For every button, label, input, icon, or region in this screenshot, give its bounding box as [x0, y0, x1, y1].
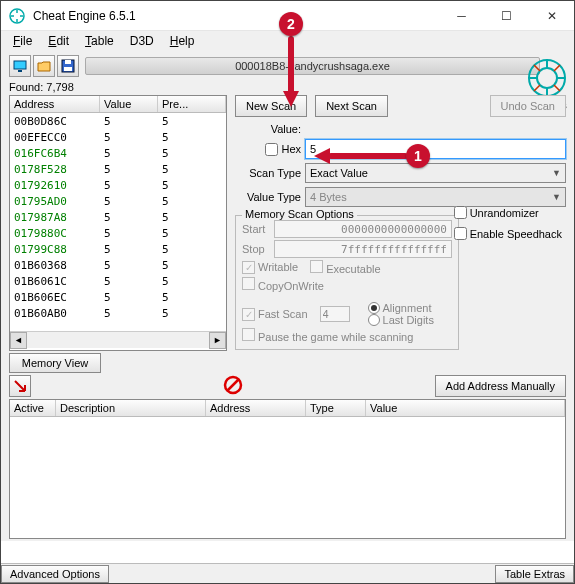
ct-col-val[interactable]: Value: [366, 400, 565, 416]
table-row[interactable]: 01799C8855: [10, 241, 226, 257]
unrandomizer-label: Unrandomizer: [470, 207, 539, 219]
chevron-down-icon: ▼: [552, 168, 561, 178]
table-row[interactable]: 01B606EC55: [10, 289, 226, 305]
hex-label: Hex: [281, 143, 301, 155]
annotation-2: 2: [279, 12, 303, 36]
lastdigits-radio[interactable]: [368, 314, 380, 326]
table-row[interactable]: 0178F52855: [10, 161, 226, 177]
memory-scan-options: Memory Scan Options Start Stop ✓Writable…: [235, 215, 459, 350]
table-row[interactable]: 0179261055: [10, 177, 226, 193]
maximize-button[interactable]: ☐: [484, 1, 529, 31]
ct-col-addr[interactable]: Address: [206, 400, 306, 416]
annotation-1-arrow: [328, 153, 408, 159]
cheat-table[interactable]: Active Description Address Type Value: [9, 399, 566, 539]
pausegame-checkbox[interactable]: [242, 328, 255, 341]
svg-rect-4: [65, 60, 71, 64]
app-icon: [9, 8, 25, 24]
minimize-button[interactable]: ─: [439, 1, 484, 31]
next-scan-button[interactable]: Next Scan: [315, 95, 388, 117]
cheatengine-logo-icon[interactable]: [526, 57, 568, 99]
unrandomizer-checkbox[interactable]: [454, 206, 467, 219]
menu-table[interactable]: Table: [77, 32, 122, 50]
advanced-options-button[interactable]: Advanced Options: [1, 565, 109, 583]
writable-checkbox[interactable]: ✓: [242, 261, 255, 274]
table-row[interactable]: 00B0D86C55: [10, 113, 226, 129]
table-row[interactable]: 00EFECC055: [10, 129, 226, 145]
add-to-list-button[interactable]: [9, 375, 31, 397]
process-bar[interactable]: 000018B8-candycrushsaga.exe: [85, 57, 540, 75]
value-label: Value:: [235, 123, 305, 135]
stop-label: Stop: [242, 243, 274, 255]
chevron-down-icon: ▼: [552, 192, 561, 202]
table-row[interactable]: 01B60AB055: [10, 305, 226, 321]
speedhack-label: Enable Speedhack: [470, 228, 562, 240]
main-panel: 000018B8-candycrushsaga.exe Settings Fou…: [1, 51, 574, 541]
results-table[interactable]: Address Value Pre... 00B0D86C5500EFECC05…: [9, 95, 227, 351]
menu-d3d[interactable]: D3D: [122, 32, 162, 50]
ct-col-desc[interactable]: Description: [56, 400, 206, 416]
menu-file[interactable]: File: [5, 32, 40, 50]
svg-rect-1: [14, 61, 26, 69]
col-address[interactable]: Address: [10, 96, 100, 112]
monitor-icon: [13, 59, 27, 73]
table-row[interactable]: 016FC6B455: [10, 145, 226, 161]
scroll-right-icon[interactable]: ►: [209, 332, 226, 349]
open-process-button[interactable]: [9, 55, 31, 77]
scroll-left-icon[interactable]: ◄: [10, 332, 27, 349]
no-sign-icon[interactable]: [223, 375, 243, 395]
annotation-1-arrowhead: [314, 148, 330, 164]
svg-line-9: [227, 379, 239, 391]
window-title: Cheat Engine 6.5.1: [33, 9, 439, 23]
table-row[interactable]: 017987A855: [10, 209, 226, 225]
svg-rect-5: [64, 67, 72, 71]
alignment-radio[interactable]: [368, 302, 380, 314]
start-input[interactable]: [274, 220, 452, 238]
close-button[interactable]: ✕: [529, 1, 574, 31]
annotation-2-arrowhead: [283, 91, 299, 107]
annotation-1: 1: [406, 144, 430, 168]
scantype-combo[interactable]: Exact Value▼: [305, 163, 566, 183]
col-prev[interactable]: Pre...: [158, 96, 226, 112]
memory-view-button[interactable]: Memory View: [9, 353, 101, 373]
table-row[interactable]: 01B6036855: [10, 257, 226, 273]
valuetype-label: Value Type: [235, 191, 305, 203]
statusbar: Advanced Options Table Extras: [1, 563, 574, 583]
undo-scan-button[interactable]: Undo Scan: [490, 95, 566, 117]
ct-col-type[interactable]: Type: [306, 400, 366, 416]
col-value[interactable]: Value: [100, 96, 158, 112]
table-row[interactable]: 01795AD055: [10, 193, 226, 209]
results-hscroll[interactable]: ◄ ►: [10, 331, 226, 348]
floppy-icon: [61, 59, 75, 73]
found-count: 7,798: [46, 81, 74, 93]
svg-rect-2: [18, 70, 22, 72]
folder-open-icon: [37, 59, 51, 73]
table-row[interactable]: 01B6061C55: [10, 273, 226, 289]
open-file-button[interactable]: [33, 55, 55, 77]
speedhack-checkbox[interactable]: [454, 227, 467, 240]
memopts-legend: Memory Scan Options: [242, 208, 357, 220]
fastscan-checkbox[interactable]: ✓: [242, 308, 255, 321]
menu-help[interactable]: Help: [162, 32, 203, 50]
annotation-2-arrow: [288, 36, 294, 94]
scantype-label: Scan Type: [235, 167, 305, 179]
fastscan-input[interactable]: [320, 306, 350, 322]
executable-checkbox[interactable]: [310, 260, 323, 273]
menu-edit[interactable]: Edit: [40, 32, 77, 50]
stop-input[interactable]: [274, 240, 452, 258]
save-button[interactable]: [57, 55, 79, 77]
table-extras-button[interactable]: Table Extras: [495, 565, 574, 583]
add-address-manually-button[interactable]: Add Address Manually: [435, 375, 566, 397]
arrow-down-right-icon: [13, 379, 27, 393]
hex-checkbox[interactable]: [265, 143, 278, 156]
copyonwrite-checkbox[interactable]: [242, 277, 255, 290]
table-row[interactable]: 0179880C55: [10, 225, 226, 241]
ct-col-active[interactable]: Active: [10, 400, 56, 416]
start-label: Start: [242, 223, 274, 235]
